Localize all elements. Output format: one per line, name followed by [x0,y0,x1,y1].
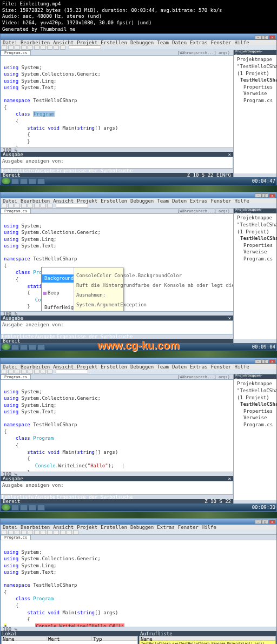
menu-team[interactable]: Team [157,40,169,45]
status-bar: BereitZ 10 S 22 EINFG [1,173,233,177]
close-button[interactable]: x [269,35,275,39]
taskbar-app[interactable] [29,178,36,184]
toolbar-button[interactable] [54,45,59,50]
editor-footer: 100 % [1,147,233,152]
editor-tabs: Program.cs[Währungsrech...] args) [1,50,233,56]
menu-tools[interactable]: Extras [190,40,208,45]
menu-project[interactable]: Projekt [77,40,97,45]
screenshot-2: -□x DateiBearbeitenAnsichtProjektErstell… [0,192,277,351]
code-editor[interactable]: using System; using System.Collections.G… [1,540,276,627]
tab-program[interactable]: Program.cs [1,50,31,55]
callstack-tab[interactable]: Aufrufliste [140,631,173,636]
screenshot-3: -□x DateiBearbeitenAnsichtProjektErstell… [0,358,277,512]
code-editor[interactable]: using System; using System.Collections.G… [1,214,233,311]
menu-debug[interactable]: Debuggen [130,40,154,45]
intellisense-description: ConsoleColor Console.BackgroundColor Ruf… [74,267,123,311]
minimize-button[interactable]: - [255,35,261,39]
toolbar-button[interactable] [2,45,7,50]
watermark: www.cg-ku.com [97,339,180,352]
background-strip [0,185,277,192]
toolbar-button[interactable] [28,45,33,50]
toolbar-button[interactable] [60,45,65,50]
output-body[interactable]: Ausgabe anzeigen von: [1,157,233,169]
taskbar: 00:04:47 [1,177,276,185]
code-editor[interactable]: using System; using System.Collections.G… [1,56,233,147]
menu-edit[interactable]: Bearbeiten [21,40,50,45]
tree-properties[interactable]: Properties [235,84,275,91]
window-titlebar[interactable]: -□x [1,34,276,40]
toolbar-button[interactable] [41,45,46,50]
breakpoint-line[interactable]: Console.WriteLine("Hello C#"); [35,623,124,627]
menu-window[interactable]: Fenster [211,40,232,45]
toolbar-button[interactable] [8,45,14,50]
taskbar-app[interactable] [20,178,28,184]
stack-frame[interactable]: TestHelloCSharp.exe!TestHelloCSharp.Prog… [140,641,275,644]
taskbar-app[interactable] [11,178,19,184]
toolbar-button[interactable] [15,45,20,50]
debug-panes: Lokal NameWertTyp LokalÜberwachen 1 Aufr… [1,631,276,644]
taskbar-app[interactable] [37,178,45,184]
locals-panel[interactable]: NameWertTyp [1,636,138,644]
menu-bar: DateiBearbeitenAnsichtProjektErstellenDe… [1,40,276,45]
tree-solution[interactable]: Projektmappe "TestHelloCSharp" (1 Projek… [235,56,275,77]
timestamp: 00:04:47 [252,178,275,184]
intellisense-list: BackgroundColor Beep BufferHeight Buffer… [42,267,74,311]
video-metadata: File: Einleitung.mp4 Size: 15972822 byte… [0,0,277,33]
tree-references[interactable]: Verweise [235,90,275,97]
tab-program[interactable]: Program.cs [1,209,31,213]
solution-tree[interactable]: Projektmappe "TestHelloCSharp" (1 Projek… [234,55,276,173]
screenshot-1: -□x DateiBearbeitenAnsichtProjektErstell… [0,33,277,185]
minimize-button[interactable]: - [255,193,261,198]
sidebar-tabs[interactable] [234,173,276,177]
locals-tab[interactable]: Lokal [2,631,17,636]
solution-explorer: Projektmappen-Explorer Projektmappe "Tes… [233,50,276,177]
menu-build[interactable]: Erstellen [101,40,127,45]
solution-explorer-title: Projektmappen-Explorer [234,50,276,55]
search-input[interactable] [69,45,101,49]
callstack-panel[interactable]: Name TestHelloCSharp.exe!TestHelloCSharp… [139,636,276,644]
menu-bar: DateiBearbeitenAnsichtProjektErstellenDe… [1,198,276,203]
tree-file[interactable]: Program.cs [235,97,275,104]
start-button[interactable] [2,178,10,184]
output-title: Ausgabe× [1,152,233,157]
menu-view[interactable]: Ansicht [53,40,74,45]
menu-data[interactable]: Daten [172,40,187,45]
maximize-button[interactable]: □ [262,35,268,39]
tree-project[interactable]: TestHelloCSharp [235,77,275,84]
tab-context[interactable]: [Währungsrech...] args) [174,50,233,55]
toolbar-button[interactable] [34,45,39,50]
close-button[interactable]: x [269,193,275,198]
toolbar-button[interactable] [47,45,52,50]
toolbar-button[interactable] [21,45,27,50]
maximize-button[interactable]: □ [262,193,268,198]
window-titlebar[interactable]: -□x [1,192,276,198]
config-input[interactable] [56,204,88,207]
menu-help[interactable]: Hilfe [235,40,249,45]
code-editor[interactable]: using System; using System.Collections.G… [1,380,233,472]
screenshot-4: -□x DateiBearbeitenAnsichtProjektErstell… [0,518,277,644]
menu-file[interactable]: Datei [3,40,17,45]
intellisense-popup[interactable]: BackgroundColor Beep BufferHeight Buffer… [41,267,123,311]
intellisense-item[interactable]: BackgroundColor [42,274,74,283]
